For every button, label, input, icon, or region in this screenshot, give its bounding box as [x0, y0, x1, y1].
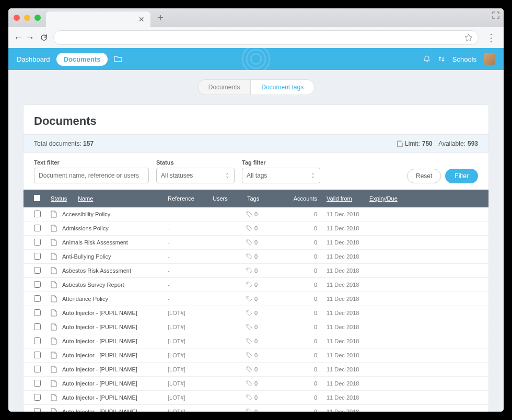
row-reference: -	[168, 296, 213, 302]
row-checkbox[interactable]	[34, 211, 41, 217]
limit-value: 750	[422, 140, 433, 147]
row-checkbox[interactable]	[34, 309, 41, 316]
row-checkbox[interactable]	[34, 323, 41, 330]
table-row[interactable]: Auto Injector - [PUPIL NAME] [LOT#] 0 0 …	[24, 391, 488, 405]
close-window-button[interactable]	[14, 15, 20, 21]
row-checkbox[interactable]	[34, 337, 41, 344]
filters-row: Text filter Status All statuses Tag filt…	[24, 153, 488, 190]
row-checkbox[interactable]	[34, 366, 41, 372]
row-valid-from: 11 Dec 2018	[317, 310, 369, 316]
document-icon	[51, 211, 62, 218]
bookmark-star-icon[interactable]	[464, 33, 473, 42]
row-tags: 0	[246, 225, 284, 231]
folder-icon[interactable]	[114, 55, 122, 63]
sort-icon[interactable]	[438, 55, 445, 63]
col-status[interactable]: Status	[51, 195, 78, 202]
row-name: Auto Injector - [PUPIL NAME]	[62, 394, 168, 401]
toggle-documents[interactable]: Documents	[198, 80, 251, 95]
row-checkbox[interactable]	[34, 352, 41, 358]
row-name: Auto Injector - [PUPIL NAME]	[62, 380, 168, 387]
document-icon	[51, 380, 62, 387]
row-checkbox[interactable]	[34, 295, 41, 302]
tag-icon	[246, 282, 252, 288]
reload-button[interactable]	[40, 33, 48, 42]
status-filter-select[interactable]: All statuses	[156, 168, 235, 183]
table-row[interactable]: Accessibility Policy - 0 0 11 Dec 2018	[24, 207, 488, 221]
tag-icon	[246, 366, 252, 372]
total-documents-label: Total documents:	[34, 140, 82, 147]
row-reference: [LOT#]	[168, 380, 213, 387]
maximize-window-button[interactable]	[34, 15, 41, 21]
table-row[interactable]: Anti-Bullying Policy - 0 0 11 Dec 2018	[24, 250, 488, 264]
browser-menu-button[interactable]: ⋮	[484, 31, 498, 44]
available-value: 593	[468, 140, 478, 147]
col-accounts: Accounts	[284, 195, 317, 202]
col-tags: Tags	[247, 195, 284, 202]
minimize-window-button[interactable]	[24, 15, 30, 21]
row-name: Auto Injector - [PUPIL NAME]	[62, 310, 168, 316]
url-input[interactable]	[53, 30, 479, 45]
table-row[interactable]: Auto Injector - [PUPIL NAME] [LOT#] 0 0 …	[24, 334, 488, 348]
expand-icon[interactable]	[492, 11, 499, 19]
toggle-document-tags[interactable]: Document tags	[250, 80, 314, 95]
page-title: Documents	[34, 114, 478, 128]
row-checkbox[interactable]	[34, 253, 41, 260]
select-all-checkbox[interactable]	[34, 195, 40, 201]
row-tags: 0	[246, 394, 284, 401]
document-icon	[51, 337, 62, 345]
nav-dashboard[interactable]: Dashboard	[17, 55, 50, 63]
tag-icon	[246, 310, 252, 316]
table-row[interactable]: Auto Injector - [PUPIL NAME] [LOT#] 0 0 …	[24, 306, 488, 320]
new-tab-button[interactable]: +	[155, 12, 166, 24]
back-button[interactable]: ←	[14, 32, 23, 43]
table-row[interactable]: Auto Injector - [PUPIL NAME] [LOT#] 0 0 …	[24, 363, 488, 377]
row-valid-from: 11 Dec 2018	[317, 380, 369, 387]
row-tags: 0	[246, 310, 284, 316]
text-filter-label: Text filter	[34, 159, 149, 166]
table-row[interactable]: Attendance Policy - 0 0 11 Dec 2018	[24, 292, 488, 306]
reset-button[interactable]: Reset	[407, 169, 441, 183]
table-row[interactable]: Animals Risk Assessment - 0 0 11 Dec 201…	[24, 236, 488, 250]
table-row[interactable]: Auto Injector - [PUPIL NAME] [LOT#] 0 0 …	[24, 320, 488, 334]
filter-button[interactable]: Filter	[445, 169, 478, 183]
table-row[interactable]: Asbestos Risk Assessment - 0 0 11 Dec 20…	[24, 264, 488, 278]
close-tab-icon[interactable]: ×	[138, 14, 144, 25]
available-label: Available:	[438, 140, 466, 147]
row-checkbox[interactable]	[34, 281, 41, 288]
row-tags: 0	[246, 338, 284, 344]
table-row[interactable]: Asbestos Survey Report - 0 0 11 Dec 2018	[24, 278, 488, 292]
nav-documents[interactable]: Documents	[56, 53, 108, 66]
svg-point-12	[247, 339, 248, 340]
text-filter-input[interactable]	[34, 168, 149, 183]
row-checkbox[interactable]	[34, 239, 41, 246]
table-row[interactable]: Auto Injector - [PUPIL NAME] [LOT#] 0 0 …	[24, 377, 488, 391]
col-name[interactable]: Name	[78, 195, 168, 202]
table-row[interactable]: Admissions Policy - 0 0 11 Dec 2018	[24, 221, 488, 236]
notifications-bell-icon[interactable]	[423, 55, 430, 63]
row-checkbox[interactable]	[34, 380, 41, 387]
table-row[interactable]: Auto Injector - [PUPIL NAME] [LOT#] 0 0 …	[24, 348, 488, 363]
row-valid-from: 11 Dec 2018	[317, 352, 369, 358]
schools-label[interactable]: Schools	[452, 55, 476, 63]
forward-button[interactable]: →	[25, 32, 34, 43]
document-icon	[397, 141, 403, 147]
row-name: Asbestos Survey Report	[62, 282, 168, 288]
table-row[interactable]: Auto Injector - [PUPIL NAME] [LOT#] 0 0 …	[24, 405, 488, 412]
row-checkbox[interactable]	[34, 225, 41, 231]
row-reference: [LOT#]	[168, 409, 213, 412]
col-expiry[interactable]: Expiry/Due	[369, 195, 422, 202]
row-accounts: 0	[284, 296, 317, 302]
tag-filter-select[interactable]: All tags	[242, 168, 320, 183]
row-checkbox[interactable]	[34, 394, 41, 401]
row-reference: [LOT#]	[168, 338, 213, 344]
document-icon	[51, 352, 62, 359]
row-checkbox[interactable]	[34, 267, 41, 274]
row-accounts: 0	[284, 282, 317, 288]
col-valid-from[interactable]: Valid from	[317, 195, 369, 202]
tag-icon	[246, 239, 252, 246]
browser-tab[interactable]: ×	[46, 11, 150, 27]
row-checkbox[interactable]	[34, 408, 41, 412]
row-accounts: 0	[284, 409, 317, 412]
user-avatar[interactable]	[484, 53, 495, 65]
row-reference: -	[168, 282, 213, 288]
